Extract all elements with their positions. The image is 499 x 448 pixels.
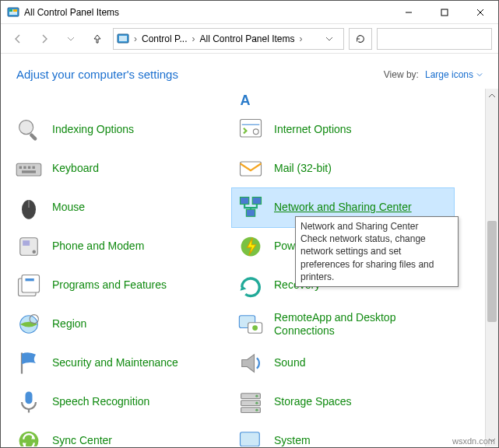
flag-icon [15,349,43,377]
list-item[interactable]: Region [10,305,232,344]
svg-rect-35 [241,120,262,138]
tooltip-title: Network and Sharing Center [300,220,453,233]
maximize-button[interactable] [427,1,462,24]
svg-point-44 [252,325,258,331]
window-title: All Control Panel Items [24,7,119,18]
view-by-dropdown[interactable]: Large icons [425,69,483,80]
phone-icon [15,233,43,261]
mouse-icon [15,194,43,222]
view-by-label: View by: [384,69,419,80]
svg-rect-23 [23,240,30,246]
svg-rect-31 [26,392,33,404]
list-item[interactable]: Mail (32-bit) [232,149,454,188]
fonts-icon: A [237,93,265,107]
svg-rect-38 [241,198,249,205]
storage-icon [237,388,265,416]
svg-rect-39 [252,198,261,205]
page-title: Adjust your computer's settings [16,68,178,81]
system-icon [237,427,265,446]
sync-icon [15,427,43,446]
sound-icon [237,349,265,377]
svg-rect-18 [33,166,35,169]
list-item[interactable]: System [232,422,454,446]
list-item[interactable]: Security and Maintenance [10,344,232,383]
internet-options-icon [237,116,265,144]
address-dropdown[interactable] [318,29,340,49]
svg-rect-27 [26,278,34,281]
vertical-scrollbar[interactable] [485,89,498,446]
control-panel-icon [117,33,129,45]
control-panel-icon [7,6,19,19]
up-button[interactable] [86,28,108,50]
address-bar[interactable]: › Control P... › All Control Panel Items… [113,28,344,50]
chevron-right-icon: › [132,33,139,44]
forward-button[interactable] [33,28,55,50]
svg-point-48 [255,394,258,397]
list-item[interactable]: Phone and Modem [10,227,232,266]
list-item[interactable]: Speech Recognition [10,383,232,422]
svg-rect-40 [246,209,255,216]
recovery-icon [237,271,265,299]
search-box[interactable] [377,28,492,50]
chevron-right-icon: › [298,33,304,44]
svg-point-12 [19,121,33,135]
svg-point-49 [255,401,258,404]
content-area: Indexing Options Keyboard Mouse Phone an… [1,89,498,446]
list-item[interactable]: Sound [232,344,454,383]
breadcrumb-segment[interactable]: Control P... [139,32,190,46]
list-item[interactable]: Indexing Options [10,110,232,149]
svg-rect-3 [13,9,17,12]
svg-rect-19 [22,170,36,173]
svg-rect-37 [241,162,262,176]
recent-dropdown[interactable] [60,28,82,50]
svg-rect-51 [241,432,260,446]
svg-rect-16 [23,166,26,169]
minimize-button[interactable] [391,1,427,24]
mail-icon [237,155,265,183]
svg-rect-15 [19,166,22,169]
region-icon [15,310,43,338]
svg-rect-2 [9,9,12,12]
chevron-right-icon: › [190,33,196,44]
list-item[interactable]: Mouse [10,188,232,227]
list-item[interactable] [10,89,232,110]
svg-rect-5 [441,9,448,16]
items-column-left: Indexing Options Keyboard Mouse Phone an… [10,89,232,446]
remoteapp-icon [237,310,265,338]
scroll-up-button[interactable] [486,89,498,102]
breadcrumb-segment[interactable]: All Control Panel Items [196,32,297,46]
list-item[interactable]: A [232,89,454,110]
scrollbar-thumb[interactable] [487,221,497,322]
list-item[interactable]: Sync Center [10,422,232,446]
programs-icon [15,271,43,299]
list-item[interactable]: RemoteApp and Desktop Connections [232,305,454,344]
indexing-icon [15,116,43,144]
content-header: Adjust your computer's settings View by:… [1,54,498,89]
svg-point-50 [255,408,258,411]
back-button[interactable] [7,28,29,50]
list-item[interactable]: Keyboard [10,149,232,188]
close-button[interactable] [462,1,498,24]
list-item[interactable]: Internet Options [232,110,454,149]
navbar: › Control P... › All Control Panel Items… [1,24,498,54]
titlebar: All Control Panel Items [1,1,498,24]
svg-point-24 [33,250,37,254]
refresh-button[interactable] [349,28,372,50]
svg-rect-26 [22,275,40,293]
keyboard-icon [15,155,43,183]
network-icon [237,194,265,222]
list-item[interactable]: Storage Spaces [232,383,454,422]
svg-rect-14 [16,163,41,176]
svg-text:A: A [241,93,251,107]
svg-rect-13 [29,132,37,141]
power-icon [237,233,265,261]
tooltip-body: Check network status, change network set… [300,233,453,283]
chevron-down-icon [476,72,483,78]
tooltip: Network and Sharing Center Check network… [295,216,459,287]
watermark: wsxdn.com [452,436,495,446]
svg-rect-9 [119,36,127,41]
list-item[interactable]: Programs and Features [10,266,232,305]
microphone-icon [15,388,43,416]
search-input[interactable] [382,33,499,45]
svg-rect-17 [28,166,30,169]
